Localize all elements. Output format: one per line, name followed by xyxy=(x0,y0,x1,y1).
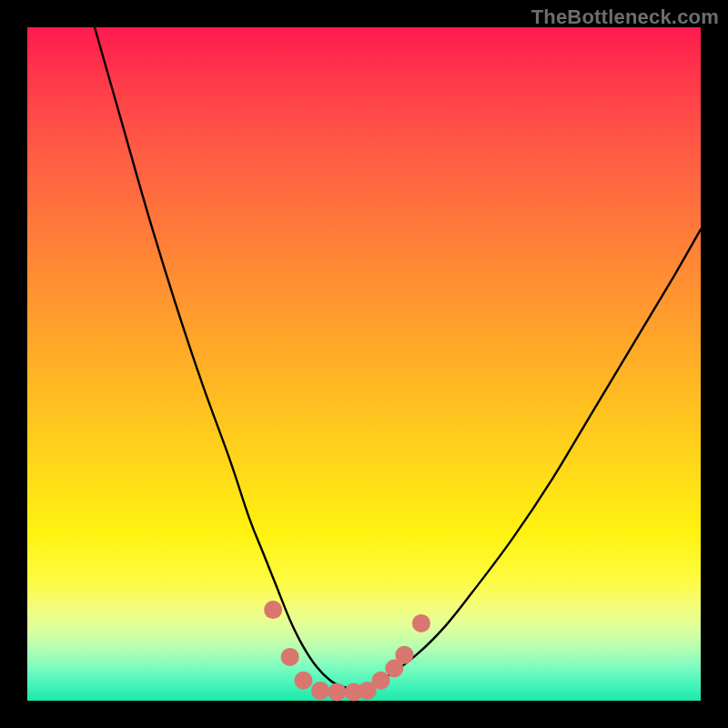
curve-marker xyxy=(294,672,312,690)
curve-marker xyxy=(264,601,282,619)
chart-frame: TheBottleneck.com xyxy=(0,0,728,728)
curve-marker xyxy=(412,614,430,632)
watermark-text: TheBottleneck.com xyxy=(531,5,719,29)
curve-marker xyxy=(328,682,346,701)
curve-marker xyxy=(311,682,329,700)
bottleneck-curve xyxy=(95,27,701,689)
curve-marker xyxy=(395,646,413,664)
plot-area xyxy=(27,27,701,701)
curve-marker xyxy=(372,672,390,690)
curve-marker xyxy=(281,648,299,666)
curve-layer xyxy=(27,27,701,701)
